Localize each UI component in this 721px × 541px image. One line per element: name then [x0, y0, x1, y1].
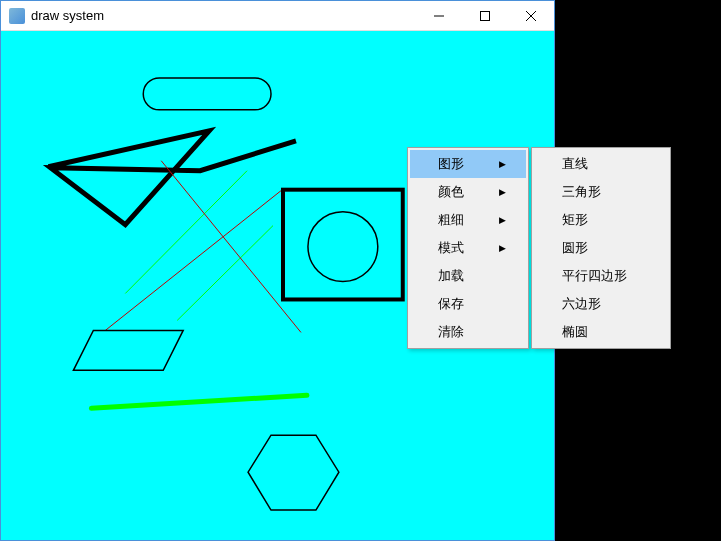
menu-item-3[interactable]: 模式▶ [410, 234, 526, 262]
submenu-item-3[interactable]: 圆形 [534, 234, 668, 262]
submenu-item-label: 椭圆 [562, 323, 588, 341]
chevron-right-icon: ▶ [499, 243, 506, 253]
chevron-right-icon: ▶ [499, 187, 506, 197]
close-button[interactable] [508, 1, 554, 30]
menu-item-5[interactable]: 保存 [410, 290, 526, 318]
menu-item-1[interactable]: 颜色▶ [410, 178, 526, 206]
menu-item-label: 保存 [438, 295, 464, 313]
menu-item-label: 清除 [438, 323, 464, 341]
submenu-item-label: 直线 [562, 155, 588, 173]
chevron-right-icon: ▶ [499, 159, 506, 169]
shape-rectangle [283, 190, 403, 300]
minimize-icon [434, 11, 444, 21]
submenu-item-label: 六边形 [562, 295, 601, 313]
app-icon [9, 8, 25, 24]
shape-green-thick [91, 395, 307, 408]
menu-item-2[interactable]: 粗细▶ [410, 206, 526, 234]
titlebar[interactable]: draw system [1, 1, 554, 31]
shape-rounded-rect [143, 78, 271, 110]
menu-item-0[interactable]: 图形▶ [410, 150, 526, 178]
menu-item-4[interactable]: 加载 [410, 262, 526, 290]
menu-item-label: 颜色 [438, 183, 464, 201]
shape-circle [308, 212, 378, 282]
submenu-item-2[interactable]: 矩形 [534, 206, 668, 234]
submenu-item-6[interactable]: 椭圆 [534, 318, 668, 346]
shape-hexagon [248, 435, 339, 510]
submenu-item-label: 圆形 [562, 239, 588, 257]
chevron-right-icon: ▶ [499, 215, 506, 225]
context-menu[interactable]: 图形▶颜色▶粗细▶模式▶加载保存清除 [407, 147, 529, 349]
menu-item-label: 模式 [438, 239, 464, 257]
submenu-item-label: 平行四边形 [562, 267, 627, 285]
menu-item-label: 加载 [438, 267, 464, 285]
shape-submenu[interactable]: 直线三角形矩形圆形平行四边形六边形椭圆 [531, 147, 671, 349]
submenu-item-1[interactable]: 三角形 [534, 178, 668, 206]
window-title: draw system [31, 8, 416, 23]
submenu-item-4[interactable]: 平行四边形 [534, 262, 668, 290]
shape-parallelogram [73, 330, 183, 370]
menu-item-label: 图形 [438, 155, 464, 173]
submenu-item-label: 三角形 [562, 183, 601, 201]
svg-rect-1 [481, 11, 490, 20]
shape-arrow-triangle [48, 131, 296, 225]
maximize-icon [480, 11, 490, 21]
submenu-item-5[interactable]: 六边形 [534, 290, 668, 318]
submenu-item-label: 矩形 [562, 211, 588, 229]
menu-item-label: 粗细 [438, 211, 464, 229]
submenu-item-0[interactable]: 直线 [534, 150, 668, 178]
menu-item-6[interactable]: 清除 [410, 318, 526, 346]
close-icon [526, 11, 536, 21]
maximize-button[interactable] [462, 1, 508, 30]
shape-red-line2 [105, 191, 281, 331]
window-controls [416, 1, 554, 30]
minimize-button[interactable] [416, 1, 462, 30]
